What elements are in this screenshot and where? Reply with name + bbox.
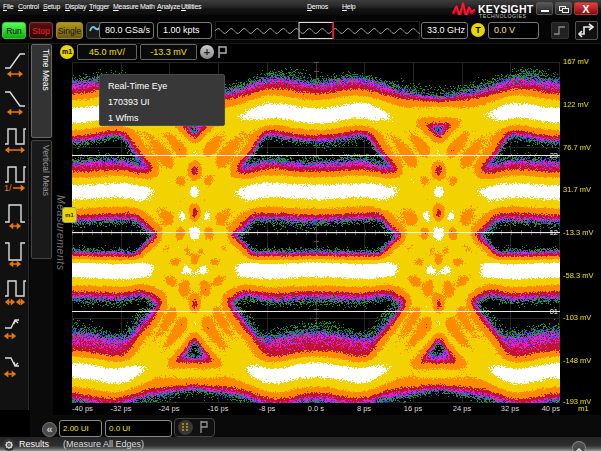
svg-text:1/: 1/ [4, 183, 12, 192]
